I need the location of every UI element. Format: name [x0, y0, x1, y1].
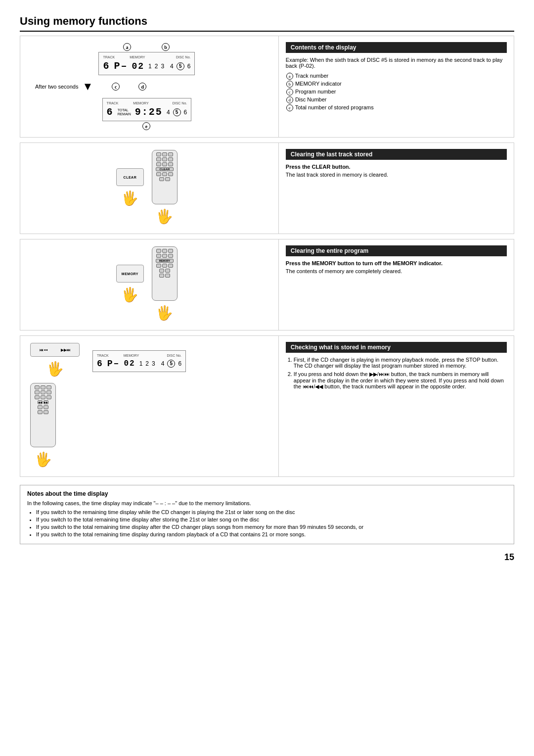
- section4-diagram: ⏮◀◀ ▶▶⏭ 🖐 TRACK MEMORY DISC No.: [20, 336, 273, 476]
- disc-numbers2: 4 5 6: [167, 108, 187, 116]
- section3-instruction-text: The contents of memory are completely cl…: [286, 268, 507, 274]
- arrow-down-icon: ▼: [82, 80, 93, 93]
- rd-btn32: [41, 390, 45, 394]
- section1-diagram: a b TRACK MEMORY DISC No. 6 P– 02: [20, 36, 273, 137]
- rd-btn18: [156, 254, 161, 258]
- section4-info: Checking what is stored in memory First,…: [278, 336, 514, 476]
- memory-label: MEMORY: [130, 55, 145, 59]
- after-seconds-label: After two seconds: [35, 84, 78, 90]
- circle-a: a: [286, 73, 293, 80]
- disc5-circle2: 5: [173, 108, 181, 116]
- disc-label: DISC No.: [176, 55, 191, 59]
- transport-col: ⏮◀◀ ▶▶⏭ 🖐: [30, 343, 80, 379]
- rd-btn11: [162, 172, 167, 176]
- rd-btn12: [168, 172, 173, 176]
- display1: TRACK MEMORY DISC No. 6 P– 02 1 2 3: [98, 52, 195, 75]
- disc-label4: DISC No.: [167, 354, 182, 357]
- device1-box: CLEAR: [116, 168, 144, 186]
- section3-instruction-bold: Press the MEMORY button to turn off the …: [286, 260, 443, 266]
- remote3-col: ◀◀ ▶▶ 🖐: [30, 383, 56, 470]
- label-b: b: [162, 43, 170, 51]
- remote1-col: CLEAR 🖐: [152, 150, 178, 227]
- disc-label2: DISC No.: [173, 101, 187, 105]
- rd-btn36: [46, 395, 51, 399]
- btn-next-next: ▶▶⏭: [61, 348, 71, 352]
- diagram4-top: ⏮◀◀ ▶▶⏭ 🖐 TRACK MEMORY DISC No.: [25, 343, 268, 379]
- memory-label3: MEMORY: [122, 272, 138, 276]
- circle-c: c: [286, 89, 293, 95]
- checking-item2: If you press and hold down the ▶▶/⏭⏭ but…: [294, 371, 507, 390]
- section1-info-list: a Track number b MEMORY indicator c Prog…: [286, 73, 507, 111]
- notes-intro: In the following cases, the time display…: [27, 500, 507, 506]
- display4-col: TRACK MEMORY DISC No. 6 P– 02 1 2: [92, 350, 186, 372]
- rd-btn39: [38, 405, 43, 409]
- rd-btn8: [162, 162, 167, 166]
- page-title: Using memory functions: [20, 15, 514, 32]
- rd-btn9: [168, 162, 173, 166]
- diagram4-bottom: ◀◀ ▶▶ 🖐: [25, 383, 268, 470]
- program-num4: 02: [124, 359, 135, 368]
- notes-box: Notes about the time display In the foll…: [20, 485, 514, 544]
- diagram3-row: MEMORY 🖐: [116, 246, 178, 323]
- list-item: b MEMORY indicator: [286, 81, 507, 88]
- list-item: a Track number: [286, 73, 507, 80]
- diagram2-row: CLEAR 🖐: [116, 150, 178, 227]
- memory-label4: MEMORY: [124, 354, 139, 357]
- section-contents-display: a b TRACK MEMORY DISC No. 6 P– 02: [20, 36, 514, 138]
- rd-btn20: [168, 254, 173, 258]
- program-value: P–: [114, 60, 128, 72]
- rd-btn7: [156, 162, 161, 166]
- memory-label2: MEMORY: [133, 101, 148, 105]
- section-clear-last: CLEAR 🖐: [20, 142, 514, 234]
- circle-d: d: [286, 96, 293, 103]
- rd-btn4: [156, 157, 161, 161]
- track-value: 6: [103, 60, 110, 72]
- main-layout: a b TRACK MEMORY DISC No. 6 P– 02: [20, 36, 514, 544]
- clear-label1: CLEAR: [124, 176, 137, 179]
- rd-btn19: [162, 254, 167, 258]
- hand-icon2: 🖐: [156, 208, 173, 225]
- rd-btn30: [46, 385, 51, 389]
- rd-btn23: [168, 264, 173, 268]
- track-value2: 6: [107, 106, 114, 118]
- rd-btn38: ▶▶: [44, 400, 48, 404]
- rd-btn27: [165, 274, 170, 278]
- rd-btn2: [162, 152, 167, 156]
- rd-btn10: [156, 172, 161, 176]
- rd-btn24: [159, 269, 164, 273]
- section2-instruction-text: The last track stored in memory is clear…: [286, 172, 507, 178]
- section3-title: Clearing the entire program: [286, 245, 507, 256]
- rd-btn22: [162, 264, 167, 268]
- time-value: 9:25: [135, 106, 163, 118]
- rd-btn13: [159, 177, 164, 181]
- device2-col: MEMORY 🖐: [116, 265, 144, 305]
- rd-btn21: [156, 264, 161, 268]
- section1-title: Contents of the display: [286, 42, 507, 53]
- remain-label: REMAIN: [118, 112, 131, 116]
- program-value4: P–: [107, 359, 120, 369]
- section2-title: Clearing the last track stored: [286, 149, 507, 160]
- track-value4: 6: [97, 359, 103, 369]
- notes-item: If you switch to the total remaining tim…: [36, 524, 507, 530]
- device1-col: CLEAR 🖐: [116, 168, 144, 208]
- rd-btn42: [44, 410, 48, 414]
- memory-btn-remote: MEMORY: [156, 259, 174, 263]
- rd-btn29: [41, 385, 45, 389]
- notes-item: If you switch to the remaining time disp…: [36, 509, 507, 515]
- circle-b: b: [286, 81, 293, 88]
- rd-btn3: [168, 152, 173, 156]
- checking-item1: First, if the CD changer is playing in m…: [294, 357, 507, 369]
- remote2-col: MEMORY: [152, 246, 178, 323]
- disc5-circle4: 5: [167, 360, 175, 368]
- disc-numbers1: 1 2 3 4 5 6: [148, 62, 190, 70]
- list-item: d Disc Number: [286, 96, 507, 103]
- section2-instruction-bold: Press the CLEAR button.: [286, 164, 351, 170]
- section1-description: Example: When the sixth track of DISC #5…: [286, 57, 507, 69]
- display4: TRACK MEMORY DISC No. 6 P– 02 1 2: [92, 350, 186, 372]
- total-label: TOTAL: [118, 108, 131, 112]
- remote2: MEMORY: [152, 246, 178, 301]
- track-label2: TRACK: [107, 101, 119, 105]
- rd-btn33: [46, 390, 51, 394]
- rd-btn17: [168, 249, 173, 253]
- rd-btn14: [165, 177, 170, 181]
